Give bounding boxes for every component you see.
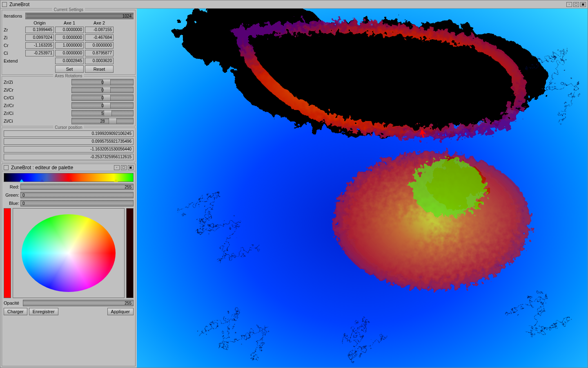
fractal-viewport[interactable] [137, 9, 588, 368]
gradient-marker-icon[interactable] [114, 179, 118, 182]
green-slider[interactable]: 0 [20, 192, 134, 198]
rot-slider-zrci[interactable]: 5 [71, 110, 134, 117]
rot-label: Zr/Zi [4, 80, 24, 85]
opacity-slider[interactable]: 255 [23, 300, 134, 306]
axes-rotations-group: Axes Rotations Zr/Zi0 Zi/Cr0 Cr/Ci0 Zr/C… [2, 76, 136, 126]
brightness-bar-left[interactable] [4, 208, 11, 298]
rot-slider-zici[interactable]: 28 [71, 118, 134, 124]
rot-label: Cr/Ci [4, 95, 24, 100]
zi-axe2[interactable]: -0.467684 [85, 34, 114, 41]
cursor-val-1: 0.0995755921735496 [4, 138, 134, 145]
rot-label: Zr/Ci [4, 111, 24, 116]
ci-axe2[interactable]: 0.8795877 [85, 50, 114, 56]
maximize-icon[interactable]: ▢ [573, 2, 579, 7]
blue-label: Blue: [4, 201, 19, 206]
zi-origin[interactable]: 0.0997024 [25, 34, 54, 41]
extend-axe1[interactable]: 0.0002845 [55, 58, 84, 64]
load-button[interactable]: Charger [4, 308, 27, 315]
cr-axe1[interactable]: 1.0000000 [55, 42, 84, 49]
row-label-zr: Zr [4, 27, 24, 32]
gradient-marker-icon[interactable] [20, 179, 24, 182]
fractal-render [137, 9, 588, 368]
system-menu-icon[interactable] [2, 2, 7, 7]
ci-origin[interactable]: -0.253971 [25, 50, 54, 56]
zr-origin[interactable]: 0.1999445 [25, 27, 54, 33]
main-window: ZuneBrot ▫ ▢ ▣ Current Settings Iteratio… [0, 0, 588, 368]
gradient-marker-icon[interactable] [40, 179, 44, 182]
system-menu-icon[interactable] [4, 165, 9, 170]
blue-slider[interactable]: 0 [20, 200, 134, 206]
cr-axe2[interactable]: 0.0000000 [85, 42, 114, 49]
row-label-ci: Ci [4, 51, 24, 56]
col-axe1: Axe 1 [55, 20, 84, 25]
palette-gradient[interactable] [4, 173, 134, 182]
gradient-marker-icon[interactable] [69, 179, 73, 182]
window-title: ZuneBrot [9, 2, 566, 7]
close-icon[interactable]: ▣ [128, 165, 134, 170]
palette-editor-window: ZuneBrot : editeur de palette ▫ ▢ ▣ [2, 164, 136, 366]
ci-axe1[interactable]: 0.0000000 [55, 50, 84, 56]
red-slider[interactable]: 255 [20, 184, 134, 190]
cursor-val-2: -1.1632051530056440 [4, 146, 134, 153]
col-axe2: Axe 2 [85, 20, 114, 25]
minimize-icon[interactable]: ▫ [566, 2, 572, 7]
rot-slider-crci[interactable]: 0 [71, 94, 134, 101]
set-button[interactable]: Set [55, 65, 84, 73]
cursor-val-0: 0.1999209092106245 [4, 130, 134, 137]
rot-label: Zr/Cr [4, 103, 24, 108]
group-title: Axes Rotations [53, 74, 84, 78]
current-settings-group: Current Settings Iterations 1024 Origin … [2, 10, 136, 75]
brightness-bar-right[interactable] [126, 208, 134, 298]
col-origin: Origin [25, 20, 54, 25]
cursor-val-3: -0.2537325956112615 [4, 154, 134, 160]
row-label-zi: Zi [4, 35, 24, 40]
close-icon[interactable]: ▣ [580, 2, 586, 7]
rot-slider-zrzi[interactable]: 0 [71, 79, 134, 85]
rot-label: Zi/Cr [4, 88, 24, 92]
color-wheel[interactable] [22, 214, 116, 292]
iterations-slider[interactable]: 1024 [25, 13, 134, 19]
group-title: Current Settings [52, 7, 85, 12]
color-wheel-box [13, 208, 125, 298]
cursor-position-group: Cursor position 0.1999209092106245 0.099… [2, 128, 136, 162]
cr-origin[interactable]: -1.163205 [25, 42, 54, 49]
extend-axe2[interactable]: 0.0003620 [85, 58, 114, 64]
svg-point-5 [411, 159, 485, 217]
row-label-cr: Cr [4, 43, 24, 48]
minimize-icon[interactable]: ▫ [114, 165, 120, 170]
rot-label: Zi/Ci [4, 119, 24, 123]
green-label: Green: [4, 193, 19, 197]
iterations-value: 1024 [122, 14, 131, 18]
palette-titlebar[interactable]: ZuneBrot : editeur de palette ▫ ▢ ▣ [2, 164, 135, 171]
palette-title: ZuneBrot : editeur de palette [11, 165, 114, 171]
zr-axe1[interactable]: 0.0000000 [55, 27, 84, 33]
reset-button[interactable]: Reset [85, 65, 114, 73]
apply-button[interactable]: Appliquer [107, 308, 134, 315]
group-title: Cursor position [53, 125, 84, 130]
save-button[interactable]: Enregistrer [29, 308, 58, 315]
zr-axe2[interactable]: -0.087155 [85, 27, 114, 33]
rot-slider-zicr[interactable]: 0 [71, 87, 134, 93]
red-label: Red: [4, 184, 19, 189]
extend-label: Extend [4, 58, 24, 63]
zi-axe1[interactable]: 0.0000000 [55, 34, 84, 41]
maximize-icon[interactable]: ▢ [121, 165, 127, 170]
iterations-label: Iterations [4, 13, 24, 18]
settings-panel: Current Settings Iterations 1024 Origin … [0, 9, 137, 368]
opacity-label: Opacité [4, 301, 22, 305]
titlebar[interactable]: ZuneBrot ▫ ▢ ▣ [0, 0, 588, 9]
rot-slider-zrcr[interactable]: 0 [71, 102, 134, 109]
